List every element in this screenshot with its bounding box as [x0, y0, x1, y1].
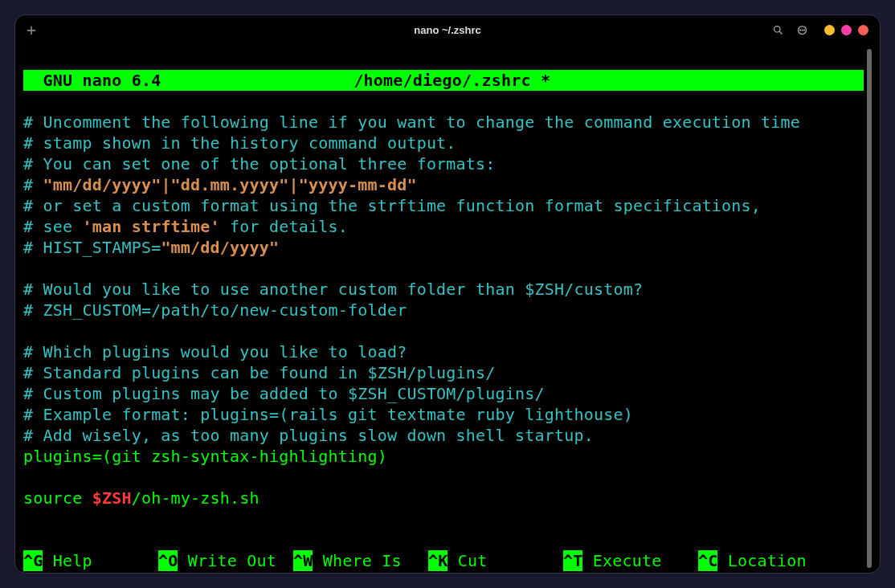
shortcut-key: ^T	[563, 550, 582, 571]
shortcut-key: ^K	[428, 550, 448, 571]
editor-line: # Would you like to use another custom f…	[23, 280, 643, 299]
editor-blank	[23, 530, 33, 549]
editor-line: # Uncomment the following line if you wa…	[23, 112, 800, 132]
shortcut-item: ^O Write Out	[158, 550, 293, 571]
shortcut-item: ^W Where Is	[293, 550, 428, 571]
man-strftime-literal: 'man strftime'	[82, 217, 219, 236]
plugins-line: plugins=(git zsh-syntax-highlighting)	[23, 447, 387, 466]
titlebar-right	[771, 23, 868, 36]
editor-line: # Standard plugins can be found in $ZSH/…	[23, 363, 496, 382]
zsh-var: $ZSH	[92, 488, 132, 508]
traffic-lights	[824, 25, 868, 35]
window-title: nano ~/.zshrc	[414, 24, 480, 36]
shortcut-label: Write Out	[178, 551, 276, 570]
terminal-content[interactable]: GNU nano 6.4/home/diego/.zshrc * # Uncom…	[23, 49, 864, 568]
svg-line-1	[779, 31, 782, 34]
editor-line: # Which plugins would you like to load?	[23, 342, 407, 361]
traffic-close[interactable]	[858, 25, 868, 35]
editor-blank	[23, 509, 33, 529]
editor-line: # see 'man strftime' for details.	[23, 217, 348, 236]
svg-point-3	[799, 30, 800, 31]
shortcut-label: Execute	[582, 551, 661, 570]
new-tab-button[interactable]: +	[27, 20, 36, 39]
hist-stamps-literal: "mm/dd/yyyy"	[161, 238, 279, 257]
editor-line: # Add wisely, as too many plugins slow d…	[23, 426, 594, 445]
nano-header: GNU nano 6.4/home/diego/.zshrc *	[23, 70, 864, 91]
editor-line: # Example format: plugins=(rails git tex…	[23, 405, 633, 424]
shortcut-key: ^G	[23, 550, 43, 571]
date-format-literal: "mm/dd/yyyy"|"dd.mm.yyyy"|"yyyy-mm-dd"	[43, 175, 416, 194]
editor-line: # stamp shown in the history command out…	[23, 133, 456, 153]
traffic-minimize[interactable]	[824, 25, 835, 35]
menu-icon[interactable]	[795, 23, 808, 36]
traffic-maximize[interactable]	[841, 25, 852, 35]
shortcut-label: Where Is	[313, 551, 401, 570]
svg-point-0	[774, 26, 780, 32]
shortcut-item: ^K Cut	[428, 550, 563, 571]
shortcut-label: Help	[43, 551, 92, 570]
shortcut-item: ^G Help	[23, 550, 158, 571]
shortcut-label: Location	[717, 551, 806, 570]
editor-line: # ZSH_CUSTOM=/path/to/new-custom-folder	[23, 300, 407, 320]
editor-line: # HIST_STAMPS="mm/dd/yyyy"	[23, 238, 279, 257]
shortcut-key: ^W	[293, 550, 313, 571]
source-line: source $ZSH/oh-my-zsh.sh	[23, 488, 260, 508]
shortcut-label: Cut	[448, 551, 487, 570]
shortcut-item: ^T Execute	[563, 550, 698, 571]
shortcut-row: ^G Help^O Write Out^W Where Is^K Cut^T E…	[23, 550, 864, 571]
titlebar: + nano ~/.zshrc	[15, 15, 880, 44]
svg-point-5	[803, 30, 804, 31]
shortcut-key: ^C	[698, 550, 717, 571]
nano-version: GNU nano 6.4	[23, 70, 161, 91]
editor-line: # You can set one of the optional three …	[23, 154, 496, 174]
shortcut-key: ^O	[158, 550, 178, 571]
svg-point-4	[802, 30, 803, 31]
terminal-body[interactable]: GNU nano 6.4/home/diego/.zshrc * # Uncom…	[15, 44, 880, 573]
search-icon[interactable]	[771, 23, 784, 36]
editor-line: # or set a custom format using the strft…	[23, 196, 761, 215]
shortcut-item: ^C Location	[698, 550, 833, 571]
terminal-window: + nano ~/.zshrc GNU nano 6.4/home/diego/…	[14, 14, 881, 574]
editor-line: # "mm/dd/yyyy"|"dd.mm.yyyy"|"yyyy-mm-dd"	[23, 175, 417, 194]
nano-file: /home/diego/.zshrc *	[354, 70, 550, 91]
editor-line: # Custom plugins may be added to $ZSH_CU…	[23, 384, 545, 403]
scrollbar[interactable]	[867, 49, 872, 568]
